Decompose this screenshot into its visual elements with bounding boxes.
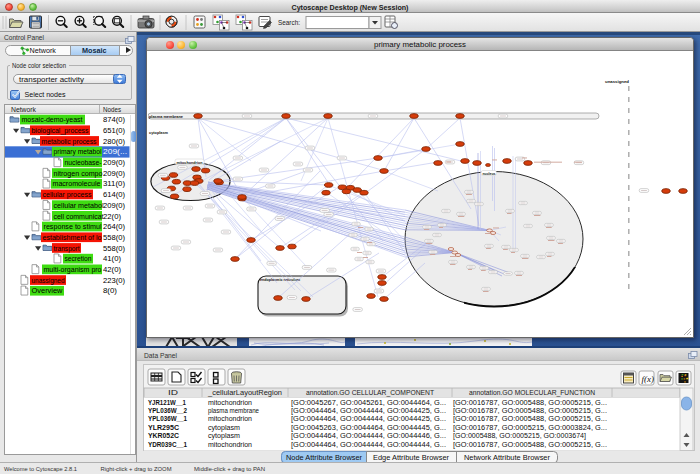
svg-text:metabolic process: metabolic process xyxy=(42,137,97,146)
svg-text:annotation.GO MOLECULAR_FUNCTI: annotation.GO MOLECULAR_FUNCTION xyxy=(469,389,595,397)
svg-text:209(0): 209(0) xyxy=(103,201,125,210)
svg-text:Right-click + drag to ZOOM: Right-click + drag to ZOOM xyxy=(101,466,172,472)
svg-text:Welcome to Cytoscape 2.8.1: Welcome to Cytoscape 2.8.1 xyxy=(4,466,77,472)
svg-text:primary metabol: primary metabol xyxy=(54,147,102,156)
svg-text:Edge Attribute Browser: Edge Attribute Browser xyxy=(373,453,450,462)
svg-text:_cellularLayoutRegion: _cellularLayoutRegion xyxy=(207,389,282,397)
svg-text:cellular metabol: cellular metabol xyxy=(54,201,104,210)
svg-text:264(0): 264(0) xyxy=(103,222,125,231)
svg-text:[GO:0045267, GO:0045261, GO:00: [GO:0045267, GO:0045261, GO:0044464, G..… xyxy=(291,399,446,407)
svg-text:cytoplasm: cytoplasm xyxy=(208,424,240,432)
svg-text:YPL036W__1: YPL036W__1 xyxy=(148,415,187,422)
svg-text:[GO:0045263, GO:0044464, GO:00: [GO:0045263, GO:0044464, GO:0044445, G..… xyxy=(291,424,446,432)
svg-text:[GO:0016787, GO:0005215, GO:00: [GO:0016787, GO:0005215, GO:0003824, G..… xyxy=(453,424,607,432)
svg-text:plasma membrane: plasma membrane xyxy=(149,114,184,119)
svg-text:[GO:0044464, GO:0044444, GO:00: [GO:0044464, GO:0044444, GO:0044446, G..… xyxy=(291,432,446,440)
svg-text:unassigned: unassigned xyxy=(605,79,629,84)
svg-text:YDR039C__1: YDR039C__1 xyxy=(148,441,187,448)
svg-text:41(0): 41(0) xyxy=(103,254,121,263)
svg-text:cytoplasm: cytoplasm xyxy=(208,432,240,440)
svg-text:YLR295C: YLR295C xyxy=(148,424,179,431)
svg-text:response to stimul: response to stimul xyxy=(44,222,102,231)
svg-text:f(x): f(x) xyxy=(642,374,655,384)
svg-text:[GO:0016787, GO:0005488, GO:00: [GO:0016787, GO:0005488, GO:0005215, G..… xyxy=(453,399,607,407)
svg-text:macromolecule: macromolecule xyxy=(53,179,101,188)
svg-text:874(0): 874(0) xyxy=(103,115,125,124)
svg-text:YKR052C: YKR052C xyxy=(148,432,179,439)
svg-text:[GO:0005488, GO:0005215, GO:00: [GO:0005488, GO:0005215, GO:0003674] xyxy=(453,432,586,440)
svg-text:[GO:0016787, GO:0005488, GO:00: [GO:0016787, GO:0005488, GO:0005215, G..… xyxy=(453,415,607,423)
svg-text:Network Attribute Browser: Network Attribute Browser xyxy=(464,453,551,462)
svg-text:nucleobase-: nucleobase- xyxy=(65,158,103,167)
svg-text:42(0): 42(0) xyxy=(103,265,121,274)
svg-text:Node Attribute Browser: Node Attribute Browser xyxy=(286,453,363,462)
svg-text:Cytoscape Desktop (New Session: Cytoscape Desktop (New Session) xyxy=(292,3,410,12)
svg-text:nucleus: nucleus xyxy=(483,171,497,176)
svg-text:establishment of lo: establishment of lo xyxy=(43,233,102,242)
svg-text:mitochondrion: mitochondrion xyxy=(208,399,252,406)
svg-text:8(0): 8(0) xyxy=(103,286,117,295)
svg-text:mitochondrion: mitochondrion xyxy=(208,415,252,422)
svg-text:209(0): 209(0) xyxy=(103,169,125,178)
svg-text:Middle-click + drag to PAN: Middle-click + drag to PAN xyxy=(194,466,265,472)
svg-text:mitochondrion: mitochondrion xyxy=(177,160,203,165)
svg-text:614(0): 614(0) xyxy=(103,190,125,199)
svg-text:[GO:0044464, GO:0044444, GO:00: [GO:0044464, GO:0044444, GO:0044444, G..… xyxy=(291,441,446,449)
svg-text:primary metabolic process: primary metabolic process xyxy=(374,40,466,49)
svg-text:biological_process: biological_process xyxy=(32,126,89,135)
svg-text:annotation.GO CELLULAR_COMPONE: annotation.GO CELLULAR_COMPONENT xyxy=(306,389,435,397)
svg-text:280(0): 280(0) xyxy=(103,137,125,146)
svg-text:Search:: Search: xyxy=(278,18,300,27)
svg-text:YJR121W__1: YJR121W__1 xyxy=(148,399,186,406)
svg-text:[GO:0044464, GO:0044444, GO:00: [GO:0044464, GO:0044444, GO:0044425, G..… xyxy=(291,415,446,423)
svg-text:nitrogen compo: nitrogen compo xyxy=(54,169,103,178)
svg-text:mosaic-demo-yeast: mosaic-demo-yeast xyxy=(22,115,83,124)
svg-text:secretion: secretion xyxy=(65,254,92,263)
svg-text:558(0): 558(0) xyxy=(103,233,125,242)
svg-text:[GO:0044464, GO:0044444, GO:00: [GO:0044464, GO:0044444, GO:0044425, G..… xyxy=(291,407,446,415)
svg-text:ID: ID xyxy=(168,389,178,396)
svg-text:223(0): 223(0) xyxy=(103,276,125,285)
svg-text:cellular process: cellular process xyxy=(43,190,92,199)
svg-text:558(0): 558(0) xyxy=(103,244,125,253)
svg-text:endoplasmic reticulum: endoplasmic reticulum xyxy=(260,277,300,282)
svg-text:209(...: 209(... xyxy=(103,147,127,156)
svg-text:[GO:0016787, GO:0005488, GO:00: [GO:0016787, GO:0005488, GO:0005215, G..… xyxy=(453,441,607,449)
svg-text:cell communicat: cell communicat xyxy=(54,212,104,221)
svg-text:651(0): 651(0) xyxy=(103,126,125,135)
svg-text:cytoplasm: cytoplasm xyxy=(149,130,168,135)
svg-text:multi-organism pro: multi-organism pro xyxy=(44,265,102,274)
svg-text:transport: transport xyxy=(54,244,80,253)
svg-text:unassigned: unassigned xyxy=(32,276,65,285)
svg-text:mitochondrion: mitochondrion xyxy=(208,441,252,448)
svg-text:209(0): 209(0) xyxy=(103,158,125,167)
svg-text:Overview: Overview xyxy=(32,286,64,295)
svg-text:[GO:0016787, GO:0005488, GO:00: [GO:0016787, GO:0005488, GO:0005215, G..… xyxy=(453,407,607,415)
svg-text:22(0): 22(0) xyxy=(103,212,121,221)
svg-text:YPL036W__2: YPL036W__2 xyxy=(148,407,187,414)
svg-text:plasma membrane: plasma membrane xyxy=(208,407,259,415)
svg-text:311(0): 311(0) xyxy=(103,179,125,188)
